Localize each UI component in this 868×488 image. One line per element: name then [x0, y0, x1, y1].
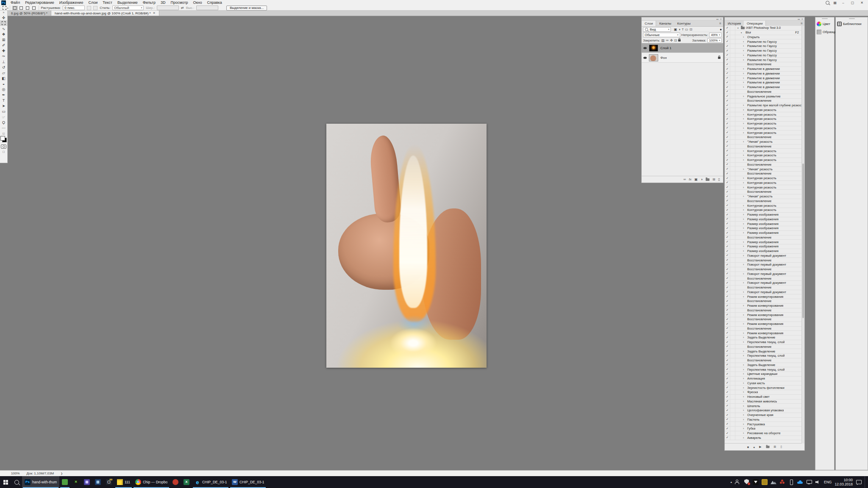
include-checkbox[interactable]: [725, 322, 730, 326]
adjustment-layer-icon[interactable]: ◑: [701, 177, 703, 181]
taskbar-app-purple-chip[interactable]: ▦: [81, 476, 92, 488]
modal-toggle[interactable]: [730, 49, 735, 53]
action-command-row[interactable]: Размер изображения: [725, 222, 804, 226]
phone-icon[interactable]: [788, 479, 794, 485]
modal-toggle[interactable]: [730, 404, 735, 408]
modal-toggle[interactable]: [730, 103, 735, 108]
rectangle-tool[interactable]: ▭: [0, 108, 7, 114]
show-desktop-button[interactable]: [865, 476, 867, 488]
expand-arrow-icon[interactable]: [743, 108, 746, 111]
modal-toggle[interactable]: [730, 349, 735, 353]
include-checkbox[interactable]: [725, 272, 730, 276]
expand-arrow-icon[interactable]: [743, 44, 746, 47]
modal-toggle[interactable]: [730, 181, 735, 185]
expand-arrow-icon[interactable]: [743, 291, 746, 294]
taskbar-app-blue-meter[interactable]: ▥: [92, 476, 103, 488]
include-checkbox[interactable]: [725, 281, 730, 285]
action-command-row[interactable]: Контурная резкость: [725, 208, 804, 213]
include-checkbox[interactable]: [725, 108, 730, 112]
action-command-row[interactable]: Режим конвертирования: [725, 304, 804, 308]
modal-toggle[interactable]: [730, 354, 735, 358]
include-checkbox[interactable]: [725, 149, 730, 153]
include-checkbox[interactable]: [725, 354, 730, 358]
expand-arrow-icon[interactable]: [743, 386, 746, 389]
modal-toggle[interactable]: [730, 144, 735, 149]
taskbar-app-red[interactable]: [170, 476, 181, 488]
modal-toggle[interactable]: [730, 208, 735, 212]
expand-arrow-icon[interactable]: [743, 186, 746, 189]
action-command-row[interactable]: Радиальное размытие: [725, 94, 804, 99]
include-checkbox[interactable]: [725, 349, 730, 353]
modal-toggle[interactable]: [730, 72, 735, 76]
expand-arrow-icon[interactable]: [743, 322, 746, 325]
action-command-row[interactable]: Контурная резкость: [725, 158, 804, 163]
include-checkbox[interactable]: [725, 263, 730, 267]
taskbar-app-chrome[interactable]: Chip — Dropbox - ...: [133, 476, 170, 488]
tray-graphics-icon[interactable]: [771, 479, 776, 485]
include-checkbox[interactable]: [725, 222, 730, 226]
expand-arrow-icon[interactable]: [743, 254, 746, 257]
expand-arrow-icon[interactable]: [743, 313, 746, 316]
fill-dropdown[interactable]: 100%▾: [707, 38, 722, 43]
action-command-row[interactable]: Восстановление: [725, 163, 804, 167]
action-command-row[interactable]: Размытие по Гауссу: [725, 53, 804, 58]
modal-toggle[interactable]: [730, 35, 735, 39]
modal-toggle[interactable]: [730, 240, 735, 244]
expand-arrow-icon[interactable]: [743, 150, 746, 152]
action-row[interactable]: Blur F2: [725, 30, 804, 35]
include-checkbox[interactable]: [725, 317, 730, 322]
modal-toggle[interactable]: [730, 26, 735, 30]
include-checkbox[interactable]: [725, 190, 730, 194]
include-checkbox[interactable]: [725, 217, 730, 222]
filter-type-dropdown[interactable]: Вид▾: [643, 27, 671, 32]
height-input[interactable]: [196, 6, 218, 10]
history-brush-tool[interactable]: ↺: [0, 64, 7, 70]
include-checkbox[interactable]: [725, 231, 730, 235]
minimize-button[interactable]: –: [840, 1, 846, 5]
include-checkbox[interactable]: [725, 313, 730, 317]
expand-arrow-icon[interactable]: [743, 54, 746, 57]
filter-smart-objects-icon[interactable]: ⊡: [690, 28, 693, 31]
swap-dimensions-icon[interactable]: ⇄: [181, 6, 184, 10]
include-checkbox[interactable]: [725, 203, 730, 208]
close-panel-icon[interactable]: ✕: [801, 18, 803, 20]
expand-arrow-icon[interactable]: [743, 218, 746, 221]
action-command-row[interactable]: Размер изображения: [725, 231, 804, 236]
start-button[interactable]: [0, 476, 11, 488]
onedrive-icon[interactable]: [797, 479, 803, 485]
action-command-row[interactable]: Размер изображения: [725, 226, 804, 231]
include-checkbox[interactable]: [725, 267, 730, 272]
modal-toggle[interactable]: [730, 322, 735, 326]
expand-arrow-icon[interactable]: [743, 67, 746, 70]
include-checkbox[interactable]: [725, 112, 730, 116]
action-command-row[interactable]: Неоновый свет: [725, 395, 804, 399]
include-checkbox[interactable]: [725, 358, 730, 363]
modal-toggle[interactable]: [730, 345, 735, 349]
action-command-row[interactable]: Восстановление: [725, 236, 804, 240]
include-checkbox[interactable]: [725, 294, 730, 299]
expand-arrow-icon[interactable]: [743, 350, 746, 353]
expand-arrow-icon[interactable]: [743, 263, 746, 266]
taskbar-app-word[interactable]: W CHIP_DE_03-18 [12...: [229, 476, 267, 488]
expand-arrow-icon[interactable]: [743, 409, 746, 412]
action-command-row[interactable]: Масляная живопись: [725, 399, 804, 404]
action-command-row[interactable]: Очерченные края: [725, 413, 804, 418]
foreground-color-swatch[interactable]: [0, 136, 5, 141]
menu-item[interactable]: Редактирование: [22, 0, 57, 6]
dodge-tool[interactable]: ◎: [0, 86, 7, 92]
expand-arrow-icon[interactable]: [743, 341, 746, 344]
filter-pixel-layers-icon[interactable]: ▣: [674, 28, 677, 31]
action-command-row[interactable]: Размер изображения: [725, 240, 804, 244]
modal-toggle[interactable]: [730, 112, 735, 116]
modal-toggle[interactable]: [730, 258, 735, 262]
taskbar-app-dark-x[interactable]: ✕: [70, 476, 81, 488]
new-group-icon[interactable]: [706, 178, 709, 181]
action-command-row[interactable]: Размытие по Гауссу: [725, 39, 804, 44]
default-colors-icon[interactable]: ◱: [0, 132, 7, 135]
modal-toggle[interactable]: [730, 117, 735, 121]
modal-toggle[interactable]: [730, 249, 735, 253]
action-command-row[interactable]: Поворот первый документ: [725, 281, 804, 286]
include-checkbox[interactable]: [725, 117, 730, 121]
include-checkbox[interactable]: [725, 153, 730, 158]
include-checkbox[interactable]: [725, 249, 730, 253]
